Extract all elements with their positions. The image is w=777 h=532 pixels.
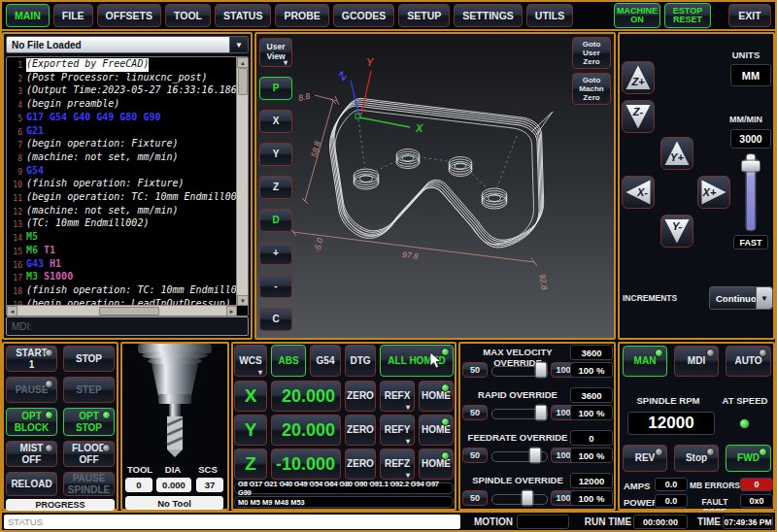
jog-rate-display[interactable]: 3000 [730, 129, 771, 149]
axis-y-button[interactable]: Y [234, 415, 267, 446]
ref-x-button[interactable]: REFX▾ [380, 381, 415, 412]
zoom-out-button[interactable]: - [259, 275, 292, 298]
exit-button[interactable]: EXIT [728, 4, 771, 27]
tab-tool[interactable]: TOOL [165, 4, 211, 27]
jog-z-plus-button[interactable]: Z+ [622, 61, 655, 94]
tab-gcodes[interactable]: GCODES [333, 4, 395, 27]
start-button[interactable]: START 1 [6, 346, 57, 372]
zoom-in-button[interactable]: + [259, 242, 292, 265]
max-velocity-min-button[interactable]: 50 [462, 362, 488, 378]
spindle-stop-button[interactable]: Stop [674, 445, 719, 472]
spindle-fwd-button[interactable]: FWD [726, 445, 771, 472]
home-y-button[interactable]: HOME [419, 415, 454, 446]
jog-z-minus-button[interactable]: Z- [622, 100, 655, 133]
rapid-slider-handle[interactable] [535, 405, 548, 421]
machine-on-button[interactable]: MACHINE ON [614, 3, 660, 28]
toolpath-view[interactable]: X Y Z 8.8 58.8 -5.0 97.8 92.8 [256, 34, 614, 338]
jog-y-plus-button[interactable]: Y+ [660, 137, 693, 170]
mdi-input[interactable] [6, 316, 249, 336]
dtg-button[interactable]: DTG [345, 345, 376, 377]
feedrate-slider[interactable] [491, 448, 548, 463]
zero-z-button[interactable]: ZERO [345, 449, 376, 480]
scroll-left-icon[interactable]: ◄ [7, 306, 17, 316]
max-velocity-slider-handle[interactable] [535, 362, 548, 379]
rapid-slider[interactable] [491, 405, 548, 420]
max-velocity-slider[interactable] [491, 362, 548, 378]
jog-y-minus-button[interactable]: Y- [660, 215, 693, 248]
caret-down-icon: ▾ [258, 368, 262, 377]
home-x-button[interactable]: HOME [419, 381, 454, 412]
editor-vscrollbar[interactable]: ▲ ▼ [236, 57, 248, 306]
spindle-override-label: SPINDLE OVERRIDE [460, 475, 575, 485]
jog-x-plus-button[interactable]: X+ [697, 176, 730, 209]
ref-y-button[interactable]: REFY▾ [380, 415, 415, 446]
tab-status[interactable]: STATUS [215, 4, 271, 27]
axis-x-button[interactable]: X [234, 381, 267, 412]
feedrate-min-button[interactable]: 50 [462, 448, 488, 463]
wcs-button[interactable]: WCS▾ [234, 345, 267, 377]
gcode-listing[interactable]: 1(Exported by FreeCAD)2(Post Processor: … [7, 58, 237, 306]
tool-panel: TOOL DIA SCS 0 0.000 37 No Tool [120, 342, 229, 511]
at-speed-label: AT SPEED [719, 395, 771, 406]
tab-file[interactable]: FILE [53, 4, 93, 27]
spindle-rev-button[interactable]: REV [623, 445, 667, 472]
mist-button[interactable]: MIST OFF [6, 441, 57, 467]
step-button[interactable]: STEP [63, 377, 115, 403]
tab-main[interactable]: MAIN [6, 4, 50, 27]
abs-button[interactable]: ABS [271, 345, 306, 377]
file-select-combo[interactable]: No File Loaded ▼ [6, 36, 249, 53]
tab-setup[interactable]: SETUP [398, 4, 450, 27]
zero-y-button[interactable]: ZERO [345, 415, 376, 446]
stop-button[interactable]: STOP [63, 346, 115, 372]
view-x-button[interactable]: X [259, 110, 292, 133]
view-dimensions-button[interactable]: D [259, 209, 292, 232]
editor-hscrollbar[interactable]: ◄ ► [7, 305, 237, 316]
caret-down-icon: ▾ [406, 403, 410, 412]
rapid-min-button[interactable]: 50 [462, 405, 488, 420]
chevron-down-icon[interactable]: ▼ [756, 287, 772, 309]
feedrate-slider-handle[interactable] [529, 448, 542, 464]
increments-combo[interactable]: Continuous ▼ [709, 286, 773, 310]
reload-button[interactable]: RELOAD [6, 472, 57, 496]
tab-settings[interactable]: SETTINGS [454, 4, 523, 27]
view-user-button[interactable]: User View▾ [259, 38, 292, 67]
tab-probe[interactable]: PROBE [275, 4, 328, 27]
optional-stop-button[interactable]: OPT STOP [63, 408, 115, 436]
chevron-down-icon[interactable]: ▼ [229, 37, 248, 52]
manual-mode-button[interactable]: MAN [623, 346, 667, 377]
view-y-button[interactable]: Y [259, 143, 292, 166]
goto-user-zero-button[interactable]: Goto User Zero [572, 37, 611, 69]
optional-block-button[interactable]: OPT BLOCK [6, 408, 57, 436]
pause-spindle-button[interactable]: PAUSE SPINDLE [63, 472, 115, 496]
spindle-min-button[interactable]: 50 [462, 490, 488, 506]
flood-button[interactable]: FLOOD OFF [63, 441, 115, 467]
hscroll-thumb[interactable] [99, 307, 159, 316]
view-p-button[interactable]: P [259, 77, 292, 100]
tab-offsets[interactable]: OFFSETS [97, 4, 161, 27]
zero-x-button[interactable]: ZERO [345, 381, 376, 412]
g54-button[interactable]: G54 [310, 345, 341, 377]
active-gcodes: G8 G17 G21 G40 G49 G54 G64 G80 G90 G91.1… [234, 482, 454, 494]
home-z-button[interactable]: HOME [419, 449, 454, 480]
jog-x-minus-button[interactable]: X- [622, 176, 655, 209]
auto-mode-button[interactable]: AUTO [726, 346, 771, 377]
scroll-down-icon[interactable]: ▼ [237, 295, 249, 306]
spindle-slider[interactable] [491, 490, 548, 506]
run-time-display: 00:00:00 [633, 515, 688, 529]
jog-rate-slider-handle[interactable] [741, 159, 760, 172]
axis-z-button[interactable]: Z [234, 449, 267, 480]
clear-view-button[interactable]: C [259, 308, 292, 331]
view-z-button[interactable]: Z [259, 176, 292, 199]
goto-machine-zero-button[interactable]: Goto Machn Zero [572, 73, 611, 105]
spindle-slider-handle[interactable] [521, 490, 533, 507]
scroll-right-icon[interactable]: ► [226, 306, 237, 316]
vscroll-thumb[interactable] [238, 68, 248, 95]
estop-reset-button[interactable]: ESTOP RESET [664, 3, 711, 28]
ref-z-button[interactable]: REFZ▾ [380, 449, 415, 480]
jog-rate-slider[interactable] [742, 153, 760, 231]
tab-utils[interactable]: UTILS [526, 4, 573, 27]
mdi-mode-button[interactable]: MDI [674, 346, 719, 377]
gcode-editor[interactable]: 1(Exported by FreeCAD)2(Post Processor: … [6, 56, 249, 316]
scroll-up-icon[interactable]: ▲ [237, 57, 249, 68]
pause-button[interactable]: PAUSE [6, 377, 57, 403]
